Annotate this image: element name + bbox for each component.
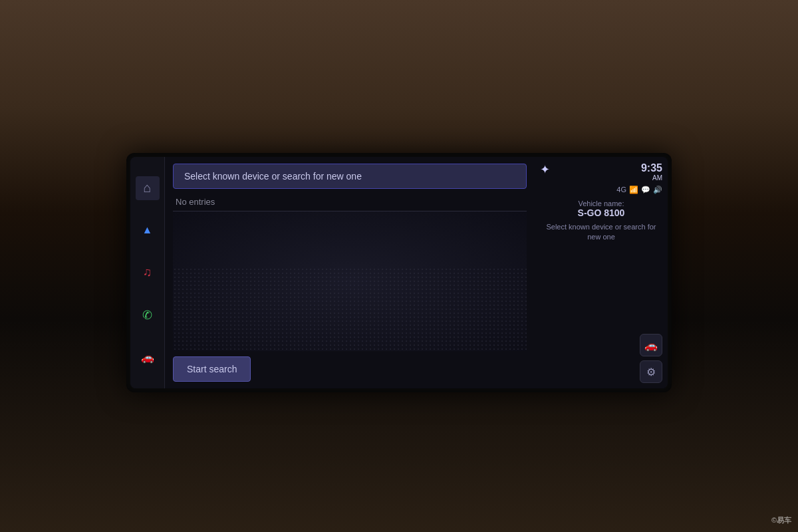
car-connect-button[interactable]: 🚗 (640, 334, 662, 356)
time-block: 9:35 AM (641, 162, 662, 182)
bottom-icons: 🚗 ⚙ (540, 334, 662, 383)
car-icon (141, 351, 154, 364)
main-content: Select known device or search for new on… (165, 157, 535, 388)
sidebar (130, 157, 165, 388)
sidebar-item-car[interactable] (136, 345, 160, 369)
settings-icon: ⚙ (646, 366, 656, 378)
sidebar-item-music[interactable] (136, 261, 160, 285)
car-connect-icon: 🚗 (644, 339, 658, 352)
search-bar: Select known device or search for new on… (173, 164, 527, 189)
bluetooth-icon: ✦ (540, 162, 550, 177)
home-icon (143, 180, 151, 196)
car-interior: Select known device or search for new on… (0, 0, 798, 532)
signal-icon: 4G (616, 186, 626, 194)
vehicle-subtitle: Select known device or search for new on… (540, 222, 662, 243)
start-search-button[interactable]: Start search (173, 356, 251, 382)
vehicle-name-label: Vehicle name: (540, 200, 662, 207)
status-icons: 4G 📶 💬 🔊 (540, 186, 662, 194)
phone-icon (142, 308, 152, 323)
right-panel: ✦ 9:35 AM 4G 📶 💬 🔊 Vehicle name: S- (535, 157, 668, 388)
no-entries-label: No entries (173, 194, 527, 211)
screen: Select known device or search for new on… (130, 157, 668, 388)
music-icon (143, 265, 152, 279)
message-icon: 💬 (641, 186, 650, 194)
vehicle-info: Vehicle name: S-GO 8100 Select known dev… (540, 200, 662, 243)
nav-icon (142, 224, 153, 236)
watermark: ©易车 (771, 515, 791, 525)
screen-bezel: Select known device or search for new on… (126, 153, 672, 392)
sidebar-item-phone[interactable] (136, 303, 160, 327)
sidebar-item-home[interactable] (136, 176, 160, 200)
wifi-icon: 📶 (629, 186, 638, 194)
settings-button[interactable]: ⚙ (640, 360, 662, 383)
clock-ampm: AM (641, 174, 662, 182)
vehicle-name: S-GO 8100 (540, 207, 662, 218)
clock-time: 9:35 (641, 162, 662, 174)
sidebar-item-navigation[interactable] (136, 218, 160, 242)
dot-pattern-decoration (173, 267, 527, 351)
sound-icon: 🔊 (653, 186, 662, 194)
content-area (173, 211, 527, 351)
